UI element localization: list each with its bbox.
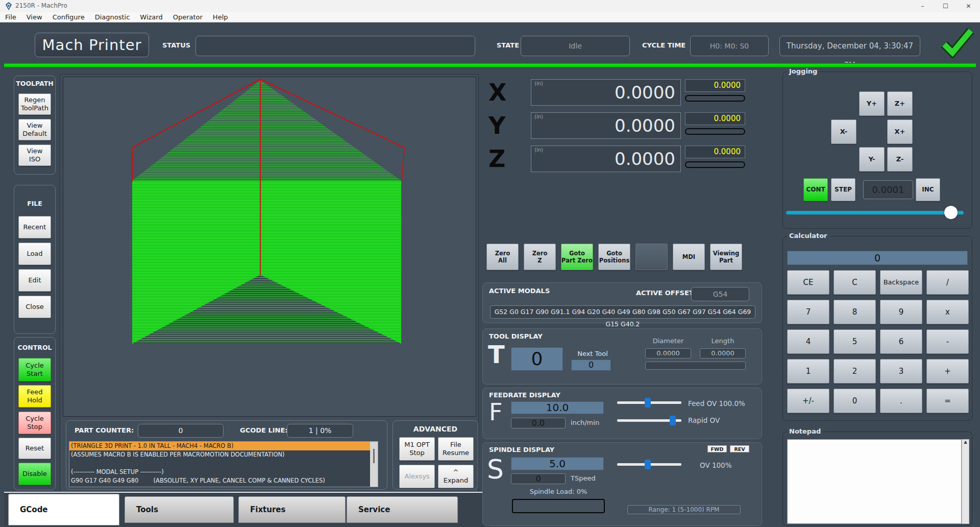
minimize-button[interactable]: – xyxy=(911,0,934,12)
spindle-rev-button[interactable]: REV xyxy=(730,445,749,452)
dro-z-display[interactable]: (in) 0.0000 xyxy=(531,146,681,172)
dro-y-display[interactable]: (in) 0.0000 xyxy=(531,112,681,139)
calc-key-c[interactable]: C xyxy=(834,270,876,295)
calc-key-8[interactable]: 8 xyxy=(834,300,876,324)
cycle-stop-button[interactable]: Cycle Stop xyxy=(18,412,51,434)
tab-gcode[interactable]: GCode xyxy=(8,494,119,525)
file-recent-button[interactable]: Recent xyxy=(18,216,51,238)
file-edit-button[interactable]: Edit xyxy=(18,269,51,292)
current-tool-box[interactable]: 0 xyxy=(511,347,563,371)
feed-hold-button[interactable]: Feed Hold xyxy=(18,385,51,408)
gcode-line[interactable]: (---------- MODAL SETUP ----------) xyxy=(69,468,378,476)
calc-key-3[interactable]: 3 xyxy=(880,359,922,384)
calc-key-decimal[interactable]: . xyxy=(880,389,922,413)
calculator-display[interactable]: 0 xyxy=(787,251,968,265)
file-resume-button[interactable]: File Resume xyxy=(438,437,474,461)
menu-file[interactable]: File xyxy=(0,12,21,22)
calc-key-divide[interactable]: / xyxy=(926,270,969,295)
axis-z-label: Z xyxy=(488,146,519,172)
disable-button[interactable]: Disable xyxy=(18,463,51,485)
gcode-line[interactable]: G90 G17 G40 G49 G80 (ABSOLUTE, XY PLANE,… xyxy=(69,476,378,485)
mdi-button[interactable]: MDI xyxy=(673,244,705,270)
menu-wizard[interactable]: Wizard xyxy=(135,12,167,22)
jog-step-size-field[interactable]: 0.0001 xyxy=(863,180,913,199)
spindle-override-slider-thumb[interactable] xyxy=(645,460,651,469)
gcode-line-current[interactable]: (TRIANGLE 3D PRINT - 1.0 IN TALL - MACH4… xyxy=(69,442,378,450)
maximize-button[interactable]: ☐ xyxy=(934,0,957,12)
feedrate-set-box[interactable]: 10.0 xyxy=(511,401,604,414)
calc-key-ce[interactable]: CE xyxy=(787,270,829,295)
calc-key-5[interactable]: 5 xyxy=(834,329,876,354)
regen-toolpath-button[interactable]: Regen ToolPath xyxy=(18,93,51,115)
feedrate-display-group: FEEDRATE DISPLAY F 10.0 0.0 inch/min Fee… xyxy=(482,388,762,439)
tab-tools[interactable]: Tools xyxy=(125,496,234,523)
jog-x-plus-button[interactable]: X+ xyxy=(887,119,913,144)
menu-operator[interactable]: Operator xyxy=(168,12,208,22)
cycle-start-button[interactable]: Cycle Start xyxy=(18,358,51,381)
jog-z-minus-button[interactable]: Z- xyxy=(887,147,913,172)
dro-x-display[interactable]: (in) 0.0000 xyxy=(531,79,681,106)
jog-x-minus-button[interactable]: X- xyxy=(831,119,856,144)
jog-y-minus-button[interactable]: Y- xyxy=(859,147,885,172)
tool-diameter-field: 0.0000 xyxy=(645,348,691,358)
jog-speed-slider[interactable] xyxy=(786,211,964,214)
file-group: FILE Recent Load Edit Close xyxy=(14,185,56,334)
spindle-display-title: SPINDLE DISPLAY xyxy=(489,446,554,453)
jog-z-plus-button[interactable]: Z+ xyxy=(887,91,913,116)
jog-inc-button[interactable]: INC xyxy=(916,178,940,201)
viewing-part-button[interactable]: Viewing Part xyxy=(710,244,742,270)
menu-help[interactable]: Help xyxy=(208,12,233,22)
calc-key-backspace[interactable]: Backspace xyxy=(880,270,922,295)
dro-x-value: 0.0000 xyxy=(615,80,675,105)
next-tool-box[interactable]: 0 xyxy=(571,360,611,371)
calc-key-9[interactable]: 9 xyxy=(880,300,922,324)
calc-key-2[interactable]: 2 xyxy=(834,359,876,384)
alexsys-button[interactable]: Alexsys xyxy=(399,465,435,488)
gcode-line[interactable] xyxy=(69,459,378,468)
calc-key-plusminus[interactable]: +/- xyxy=(787,389,829,413)
reset-button[interactable]: Reset xyxy=(18,438,51,459)
zero-z-button[interactable]: Zero Z xyxy=(524,244,556,270)
gcode-scrollbar-thumb[interactable] xyxy=(373,449,375,463)
file-load-button[interactable]: Load xyxy=(18,243,51,265)
toolpath-3d-view[interactable] xyxy=(63,77,476,417)
spindle-set-box[interactable]: 5.0 xyxy=(511,457,604,470)
blank-button[interactable] xyxy=(635,244,668,270)
jog-speed-slider-thumb[interactable] xyxy=(944,206,958,219)
m1-opt-stop-button[interactable]: M1 OPT Stop xyxy=(399,437,435,461)
rapid-override-slider-thumb[interactable] xyxy=(670,416,676,425)
gcode-scrollbar[interactable] xyxy=(370,442,378,487)
gcode-listing[interactable]: (TRIANGLE 3D PRINT - 1.0 IN TALL - MACH4… xyxy=(69,441,378,487)
notepad-scrollbar[interactable]: ▲ xyxy=(962,439,969,524)
calc-key-7[interactable]: 7 xyxy=(787,300,829,324)
calc-key-0[interactable]: 0 xyxy=(834,389,876,413)
jog-cont-button[interactable]: CONT xyxy=(803,178,828,201)
goto-part-zero-button[interactable]: Goto Part Zero xyxy=(561,244,593,270)
notepad-input[interactable] xyxy=(787,439,962,524)
calc-key-4[interactable]: 4 xyxy=(787,329,829,354)
jog-step-button[interactable]: STEP xyxy=(831,178,855,201)
menu-configure[interactable]: Configure xyxy=(47,12,90,22)
tab-fixtures[interactable]: Fixtures xyxy=(238,496,346,523)
close-button[interactable]: ✕ xyxy=(957,0,980,12)
jog-y-plus-button[interactable]: Y+ xyxy=(859,91,885,116)
calc-key-multiply[interactable]: x xyxy=(926,300,969,324)
calc-key-equals[interactable]: = xyxy=(926,389,969,413)
menu-view[interactable]: View xyxy=(21,12,47,22)
tab-service[interactable]: Service xyxy=(347,496,458,523)
tspeed-label: TSpeed xyxy=(571,474,596,482)
calc-key-subtract[interactable]: - xyxy=(926,329,969,354)
goto-positions-button[interactable]: Goto Positions xyxy=(598,244,630,270)
zero-all-button[interactable]: Zero All xyxy=(486,244,519,270)
feed-override-slider-thumb[interactable] xyxy=(645,398,651,408)
expand-button[interactable]: ^ Expand xyxy=(438,465,474,488)
gcode-line[interactable]: (ASSUMES MACRO B IS ENABLED PER MACROMOT… xyxy=(69,450,378,459)
view-iso-button[interactable]: View ISO xyxy=(18,145,51,166)
file-close-button[interactable]: Close xyxy=(18,296,51,318)
calc-key-6[interactable]: 6 xyxy=(880,329,922,354)
calc-key-1[interactable]: 1 xyxy=(787,359,829,384)
menu-diagnostic[interactable]: Diagnostic xyxy=(90,12,135,22)
view-default-button[interactable]: View Default xyxy=(18,119,51,140)
calc-key-add[interactable]: + xyxy=(926,359,969,384)
spindle-fwd-button[interactable]: FWD xyxy=(707,445,727,452)
